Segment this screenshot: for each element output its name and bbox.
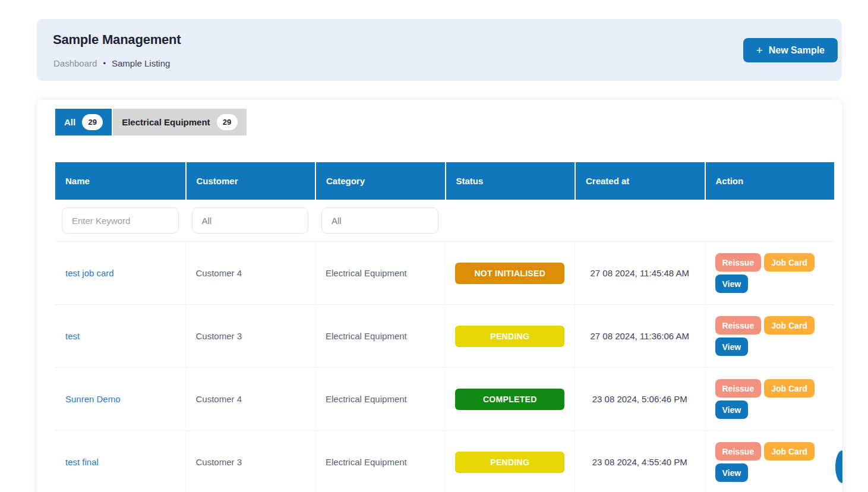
plus-icon: + (756, 45, 763, 56)
customer-cell: Customer 3 (185, 305, 315, 367)
breadcrumb-separator: • (103, 59, 106, 68)
sample-name-link[interactable]: test job card (65, 268, 114, 278)
samples-table: Name Customer Category Status Created at… (55, 162, 834, 492)
category-cell: Electrical Equipment (315, 242, 445, 304)
customer-cell: Customer 4 (185, 242, 315, 304)
view-button[interactable]: View (715, 400, 749, 419)
floating-action-button-partial[interactable] (835, 450, 842, 483)
column-header-name: Name (55, 162, 185, 200)
job-card-button[interactable]: Job Card (764, 253, 815, 272)
new-sample-button[interactable]: + New Sample (743, 38, 838, 62)
tab-electrical-equipment-label: Electrical Equipment (122, 117, 210, 127)
table-header-row: Name Customer Category Status Created at… (55, 162, 834, 200)
table-row: Sunren Demo Customer 4 Electrical Equipm… (55, 368, 834, 431)
status-badge: PENDING (455, 326, 564, 347)
view-button[interactable]: View (715, 463, 749, 482)
tab-electrical-equipment-count-badge: 29 (217, 114, 238, 130)
category-cell: Electrical Equipment (315, 368, 445, 430)
view-button[interactable]: View (715, 338, 749, 356)
category-cell: Electrical Equipment (315, 305, 445, 367)
created-at-cell: 27 08 2024, 11:45:48 AM (575, 242, 705, 304)
reissue-button[interactable]: Reissue (715, 442, 762, 461)
tab-all-label: All (64, 117, 75, 127)
table-row: test final Customer 3 Electrical Equipme… (55, 431, 834, 492)
page-header: Sample Management Dashboard • Sample Lis… (37, 19, 842, 81)
breadcrumb-sample-listing: Sample Listing (112, 58, 170, 68)
tab-all[interactable]: All 29 (55, 109, 112, 135)
job-card-button[interactable]: Job Card (764, 442, 815, 461)
filter-row: All All (55, 200, 834, 242)
view-button[interactable]: View (715, 275, 749, 293)
table-row: test job card Customer 4 Electrical Equi… (55, 242, 834, 305)
sample-listing-card: All 29 Electrical Equipment 29 Name Cust… (37, 100, 842, 492)
breadcrumb: Dashboard • Sample Listing (53, 58, 170, 68)
sample-name-link[interactable]: test (65, 331, 80, 341)
status-badge: COMPLETED (455, 389, 564, 410)
reissue-button[interactable]: Reissue (715, 253, 762, 272)
category-filter-select[interactable]: All (321, 207, 438, 234)
column-header-customer: Customer (185, 162, 315, 200)
column-header-action: Action (705, 162, 835, 200)
status-badge: NOT INITIALISED (455, 263, 564, 284)
job-card-button[interactable]: Job Card (764, 379, 815, 398)
customer-filter-select[interactable]: All (192, 207, 309, 234)
status-badge: PENDING (455, 452, 564, 473)
column-header-category: Category (315, 162, 445, 200)
category-cell: Electrical Equipment (315, 431, 445, 492)
reissue-button[interactable]: Reissue (715, 316, 762, 335)
job-card-button[interactable]: Job Card (764, 316, 815, 335)
reissue-button[interactable]: Reissue (715, 379, 762, 398)
created-at-cell: 23 08 2024, 5:06:46 PM (575, 368, 705, 430)
breadcrumb-dashboard[interactable]: Dashboard (53, 58, 97, 68)
column-header-status: Status (445, 162, 575, 200)
page-title: Sample Management (53, 32, 181, 48)
sample-name-link[interactable]: Sunren Demo (65, 394, 121, 404)
sample-name-link[interactable]: test final (65, 457, 99, 467)
tab-electrical-equipment[interactable]: Electrical Equipment 29 (113, 109, 246, 135)
keyword-search-input[interactable] (62, 207, 179, 234)
created-at-cell: 23 08 2024, 4:55:40 PM (575, 431, 705, 492)
column-header-created-at: Created at (575, 162, 705, 200)
customer-cell: Customer 4 (185, 368, 315, 430)
tab-all-count-badge: 29 (82, 114, 103, 130)
created-at-cell: 27 08 2024, 11:36:06 AM (575, 305, 705, 367)
table-row: test Customer 3 Electrical Equipment PEN… (55, 305, 834, 368)
new-sample-button-label: New Sample (769, 45, 825, 56)
customer-cell: Customer 3 (185, 431, 315, 492)
category-tabs: All 29 Electrical Equipment 29 (55, 109, 247, 135)
